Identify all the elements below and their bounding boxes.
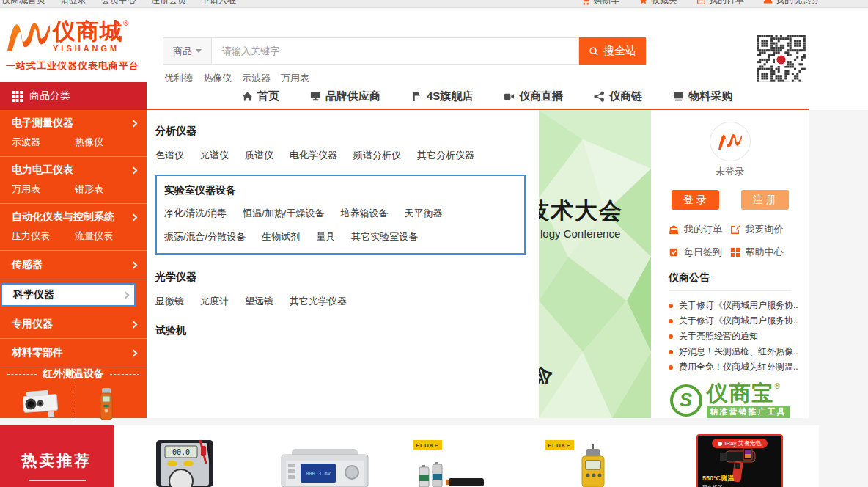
search-category-dropdown[interactable]: 商品	[163, 38, 212, 64]
camera-icon	[504, 91, 515, 102]
logo-name: 仪商城	[53, 18, 123, 44]
nav-item-4s-flagship[interactable]: 4S旗舰店	[411, 89, 473, 103]
sidebar-sub-link[interactable]: 万用表	[12, 183, 75, 196]
product-pocket-multimeter[interactable]: 00.0	[143, 439, 227, 487]
flyout-link[interactable]: 光度计	[200, 295, 229, 308]
flyout-link[interactable]: 生物试剂	[262, 230, 300, 244]
fluke-brand-badge[interactable]: FLUKE	[413, 440, 442, 450]
topbar-link-register[interactable]: 注册会员	[151, 0, 186, 7]
sidebar-sub-link[interactable]: 流量仪表	[75, 230, 138, 243]
topbar-link-apply[interactable]: 申请入驻	[201, 0, 236, 7]
flyout-link[interactable]: 量具	[316, 230, 335, 244]
search-input[interactable]	[212, 38, 578, 64]
flyout-link[interactable]: 电化学仪器	[290, 149, 337, 162]
featured-title: 红外测温设备	[43, 367, 104, 381]
quick-link-daily-signin[interactable]: 每日签到	[669, 246, 730, 259]
product-iray-thermal-gun[interactable]: iRay 艾睿光电 550°C测温 更多场景	[696, 434, 783, 487]
flyout-link[interactable]: 频谱分析仪	[353, 149, 401, 162]
flyout-link[interactable]: 恒温/加热/干燥设备	[243, 207, 324, 220]
yishangbao-icon: S	[670, 384, 702, 417]
chevron-down-icon	[196, 49, 202, 53]
quick-link-inquiry[interactable]: 我要询价	[730, 223, 792, 236]
product-benchtop-instrument[interactable]: 000.3 mV	[277, 449, 372, 487]
flyout-link[interactable]: 其它分析仪器	[417, 149, 474, 162]
flyout-link[interactable]: 质谱仪	[245, 149, 273, 162]
flyout-link[interactable]: 净化/清洗/消毒	[164, 207, 227, 220]
notice-item[interactable]: 费用全免！仪商城为红外测温...	[669, 359, 798, 375]
flyout-section-testing-machine: 试验机	[155, 324, 529, 337]
nav-item-home[interactable]: 首页	[242, 89, 279, 103]
promo-banner[interactable]: 技术大会 logy Conference 会 新馆)	[539, 110, 651, 418]
flyout-section-laboratory-highlighted: 实验室仪器设备 净化/清洗/消毒 恒温/加热/干燥设备 培养箱设备 天平衡器 振…	[155, 175, 526, 255]
fluke-brand-badge[interactable]: FLUKE	[545, 440, 574, 450]
banner-subtitle: logy Conference	[540, 227, 620, 240]
sidebar-category-electronic: 电子测量仪器 示波器 热像仪	[0, 110, 147, 157]
header: 仪商城® YISHANGM 一站式工业仪器仪表电商平台 商品 搜全站 优利德 热…	[0, 9, 868, 82]
flyout-link[interactable]: 望远镜	[245, 295, 273, 308]
chevron-right-icon	[122, 291, 130, 299]
flyout-link[interactable]: 光谱仪	[200, 149, 229, 162]
hot-sale-block: 热卖推荐	[0, 425, 114, 487]
sidebar-category-automation: 自动化仪表与控制系统 压力仪表 流量仪表	[0, 204, 147, 251]
yishangbao-tagline: 精准营销推广工具	[707, 406, 790, 418]
sidebar-category-sensors: 传感器	[0, 251, 147, 279]
topbar-left-links: 仪商城首页 请登录 会员中心 注册会员 申请入驻	[1, 0, 251, 7]
flyout-link[interactable]: 显微镜	[155, 295, 184, 308]
logo-latin: YISHANGM	[53, 44, 128, 54]
qr-code	[757, 35, 806, 84]
catalog-button[interactable]: 商品分类	[0, 82, 147, 110]
sidebar-sub-link[interactable]: 示波器	[12, 136, 75, 149]
banner-title: 技术大会	[539, 196, 623, 227]
notice-item[interactable]: 关于修订《仪商城用户服务协...	[669, 298, 798, 313]
sidebar-sub-link[interactable]: 钳形表	[75, 183, 138, 196]
nav-item-brand-suppliers[interactable]: 品牌供应商	[310, 89, 380, 103]
sidebar-sub-link[interactable]: 热像仪	[75, 136, 138, 149]
iray-more-text: 更多场景	[702, 484, 723, 487]
notice-item[interactable]: 关于亮照经营的通知	[669, 329, 798, 344]
login-status: 未登录	[716, 165, 744, 178]
notice-item[interactable]: 好消息！买测温枪、红外热像...	[669, 344, 798, 359]
register-button[interactable]: 注 册	[741, 190, 789, 210]
logo-tagline: 一站式工业仪器仪表电商平台	[6, 59, 161, 73]
topbar-link-favorites[interactable]: 收藏夹	[639, 0, 677, 7]
flyout-link[interactable]: 色谱仪	[155, 149, 184, 162]
sidebar-category-materials: 材料零部件	[0, 339, 147, 367]
topbar-link-cart[interactable]: 购物车	[581, 0, 619, 7]
nav-item-chain[interactable]: 仪商链	[594, 89, 642, 103]
svg-text:00.0: 00.0	[172, 448, 190, 456]
flyout-link[interactable]: 天平衡器	[404, 207, 442, 220]
notice-item[interactable]: 关于修订《仪商城用户服务协...	[669, 313, 798, 329]
share-icon	[594, 91, 605, 102]
flyout-link[interactable]: 其它实验室设备	[351, 230, 418, 244]
nav-item-live[interactable]: 仪商直播	[504, 89, 563, 103]
order-icon	[696, 0, 706, 5]
flyout-section-title: 光学仪器	[155, 271, 529, 284]
search-button[interactable]: 搜全站	[579, 37, 646, 65]
yishangbao-logo[interactable]: S 仪商宝® 精准营销推广工具	[670, 382, 790, 418]
ir-thermometer-image	[82, 387, 130, 422]
quick-link-help-center[interactable]: 帮助中心	[730, 246, 792, 259]
flyout-link[interactable]: 培养箱设备	[340, 207, 388, 220]
sidebar-sub-link[interactable]: 压力仪表	[12, 230, 75, 243]
topbar-link-coupons[interactable]: 我的优惠券	[763, 0, 820, 7]
sidebar-category-scientific-selected[interactable]: 科学仪器	[1, 283, 136, 307]
chevron-right-icon	[130, 120, 138, 127]
nav-item-material-purchase[interactable]: 物料采购	[673, 89, 732, 103]
login-button[interactable]: 登 录	[672, 190, 719, 210]
topbar-link-member-center[interactable]: 会员中心	[101, 0, 136, 7]
product-moisture-meter[interactable]	[576, 444, 610, 487]
flyout-link[interactable]: 其它光学仪器	[290, 295, 347, 308]
avatar-logo-icon	[718, 131, 743, 152]
topbar-link-orders[interactable]: 我的订单	[696, 0, 744, 7]
topbar-link-home[interactable]: 仪商城首页	[1, 0, 45, 7]
avatar	[710, 122, 751, 161]
category-sidebar: 电子测量仪器 示波器 热像仪 电力电工仪表 万用表 钳形表 自动化仪表与控制系统…	[0, 110, 147, 418]
product-batteries[interactable]	[415, 461, 487, 487]
home-icon	[242, 91, 253, 102]
site-logo[interactable]: 仪商城® YISHANGM 一站式工业仪器仪表电商平台	[6, 19, 161, 73]
flag-icon	[411, 91, 422, 102]
quick-link-my-orders[interactable]: 我的订单	[669, 223, 730, 236]
topbar-link-login[interactable]: 请登录	[60, 0, 87, 7]
chevron-right-icon	[130, 213, 138, 221]
flyout-link[interactable]: 振荡/混合/分散设备	[164, 230, 246, 244]
